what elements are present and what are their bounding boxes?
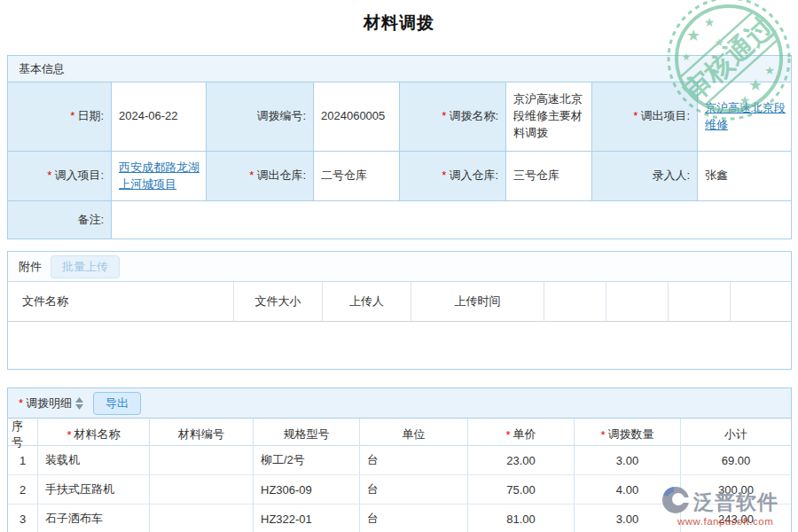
in-warehouse-label: * 调入仓库: (400, 152, 506, 201)
recorder-label: 录入人: (592, 152, 698, 201)
attachments-section: 附件 批量上传 文件名称 文件大小 上传人 上传时间 (7, 251, 792, 370)
basic-info-title: 基本信息 (19, 61, 65, 77)
cell-material-code (150, 505, 254, 532)
cell-subtotal: 243.00 (681, 505, 791, 532)
cell-unit: 台 (360, 446, 468, 474)
attachments-table-header: 文件名称 文件大小 上传人 上传时间 (8, 282, 791, 322)
page-title: 材料调拨 (0, 12, 798, 35)
col-file-size: 文件大小 (234, 282, 323, 322)
cell-unit: 台 (360, 475, 468, 504)
cell-unit-price: 81.00 (468, 505, 575, 532)
out-warehouse-label: * 调出仓库: (207, 152, 314, 201)
required-marker: * (47, 168, 51, 184)
cell-unit-price: 23.00 (468, 446, 575, 474)
cell-material-name: 手扶式压路机 (38, 475, 150, 504)
attachments-empty-body (8, 322, 791, 369)
date-label: * 日期: (8, 82, 112, 152)
required-marker: * (633, 108, 638, 125)
required-marker: * (66, 428, 71, 442)
remark-value[interactable] (112, 201, 791, 239)
required-marker: * (505, 428, 510, 442)
cell-seq: 1 (8, 446, 38, 474)
details-title: 调拨明细 (26, 395, 72, 411)
table-row[interactable]: 1 装载机 柳工/2号 台 23.00 3.00 69.00 (8, 446, 791, 475)
basic-info-section-header: 基本信息 (8, 56, 791, 82)
col-uploader: 上传人 (323, 282, 411, 322)
recorder-value: 张鑫 (698, 152, 791, 201)
col-upload-time: 上传时间 (411, 282, 544, 322)
cell-material-name: 装载机 (38, 446, 150, 474)
required-marker: * (442, 108, 446, 125)
cell-transfer-qty: 3.00 (575, 446, 681, 474)
in-project-label: * 调入项目: (8, 152, 112, 201)
svg-text:★: ★ (715, 36, 724, 49)
required-marker: * (600, 428, 605, 442)
cell-material-name: 石子洒布车 (38, 505, 150, 532)
attachments-title: 附件 (19, 259, 42, 275)
cell-subtotal: 69.00 (681, 446, 791, 474)
basic-info-grid: * 日期: 2024-06-22 调拨编号: 2024060005 * 调拨名称… (8, 82, 791, 239)
col-empty (606, 282, 669, 322)
sort-spinner-icon[interactable] (74, 396, 84, 411)
out-project-value: 京沪高速北京段维修 (698, 82, 791, 152)
out-warehouse-value: 二号仓库 (314, 152, 400, 201)
basic-info-section: 基本信息 * 日期: 2024-06-22 调拨编号: 2024060005 *… (7, 55, 792, 239)
out-project-link[interactable]: 京沪高速北京段维修 (705, 100, 786, 134)
cell-spec-model: HZ322-01 (254, 505, 360, 532)
col-empty (731, 282, 791, 322)
col-empty (669, 282, 731, 322)
remark-label: 备注: (8, 201, 112, 239)
details-table-header: 序号 * 材料名称 材料编号 规格型号 单位 * 单价 * 调拨数量 小计 (8, 419, 791, 446)
table-row[interactable]: 3 石子洒布车 HZ322-01 台 81.00 3.00 243.00 (8, 505, 791, 532)
transfer-name-value: 京沪高速北京段维修主要材料调拨 (506, 82, 592, 152)
cell-unit-price: 75.00 (468, 475, 575, 504)
batch-upload-button[interactable]: 批量上传 (51, 255, 120, 278)
transfer-no-label: 调拨编号: (207, 82, 314, 152)
cell-subtotal: 300.00 (681, 475, 791, 504)
required-marker: * (19, 396, 23, 410)
cell-seq: 2 (8, 475, 38, 504)
cell-seq: 3 (8, 505, 38, 532)
cell-transfer-qty: 3.00 (575, 505, 681, 532)
cell-transfer-qty: 4.00 (575, 475, 681, 504)
transfer-name-label: * 调拨名称: (400, 82, 506, 152)
attachments-section-header: 附件 批量上传 (8, 252, 791, 282)
details-section-header: * 调拨明细 导出 (8, 388, 791, 419)
cell-unit: 台 (360, 505, 468, 532)
cell-material-code (150, 446, 254, 474)
col-file-name: 文件名称 (8, 282, 234, 322)
transfer-no-value: 2024060005 (314, 82, 400, 152)
date-value[interactable]: 2024-06-22 (112, 82, 207, 152)
material-transfer-page: 材料调拨 基本信息 * 日期: 2024-06-22 调拨编号: 2024060… (0, 0, 798, 532)
required-marker: * (442, 168, 446, 184)
in-warehouse-value: 三号仓库 (506, 152, 592, 201)
export-button[interactable]: 导出 (93, 392, 141, 415)
required-marker: * (70, 108, 74, 125)
cell-material-code (150, 475, 254, 504)
cell-spec-model: 柳工/2号 (254, 446, 360, 474)
required-marker: * (249, 168, 254, 184)
out-project-label: * 调出项目: (592, 82, 698, 152)
in-project-value: 西安成都路龙湖上河城项目 (112, 152, 207, 201)
col-empty (544, 282, 606, 322)
in-project-link[interactable]: 西安成都路龙湖上河城项目 (119, 160, 200, 193)
table-row[interactable]: 2 手扶式压路机 HZ306-09 台 75.00 4.00 300.00 (8, 475, 791, 505)
details-section: * 调拨明细 导出 序号 * 材料名称 材料编号 规格型号 单位 * 单价 (7, 387, 792, 532)
cell-spec-model: HZ306-09 (254, 475, 360, 504)
